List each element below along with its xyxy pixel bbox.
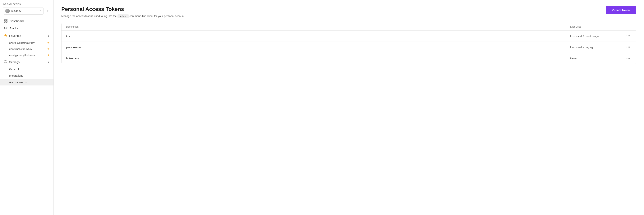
favorites-icon bbox=[4, 34, 7, 38]
favorites-section-left: Favorites bbox=[4, 34, 21, 38]
token-name-3: bot-access bbox=[66, 57, 570, 60]
settings-chevron-icon: ▲ bbox=[47, 61, 50, 64]
settings-icon bbox=[4, 60, 7, 64]
stacks-label: Stacks bbox=[10, 27, 18, 30]
token-name-1: test bbox=[66, 35, 570, 38]
sidebar-section-favorites[interactable]: Favorites ▲ bbox=[0, 32, 54, 40]
table-row: test Last used 2 months ago ••• bbox=[62, 31, 636, 42]
favorite-item-name-2: aws-typescript-6/dev bbox=[9, 48, 32, 50]
token-actions-3: ••• bbox=[624, 56, 632, 61]
description-suffix: command-line client for your personal ac… bbox=[129, 14, 185, 18]
svg-marker-5 bbox=[4, 34, 7, 37]
table-row: bot-access Never ••• bbox=[62, 53, 636, 64]
svg-rect-2 bbox=[4, 21, 5, 22]
settings-label: Settings bbox=[9, 60, 20, 64]
general-label: General bbox=[9, 68, 19, 71]
favorites-chevron-icon: ▲ bbox=[47, 34, 50, 37]
page-description: Manage the access tokens used to log int… bbox=[61, 14, 185, 18]
svg-rect-3 bbox=[6, 21, 7, 22]
page-header: Personal Access Tokens Manage the access… bbox=[61, 6, 636, 18]
token-more-button-1[interactable]: ••• bbox=[625, 33, 632, 39]
svg-marker-4 bbox=[4, 27, 7, 28]
favorites-label: Favorites bbox=[9, 34, 21, 37]
table-header: Description Last Used bbox=[62, 23, 636, 31]
col-last-used-header: Last Used bbox=[570, 25, 624, 28]
token-actions-2: ••• bbox=[624, 44, 632, 50]
svg-rect-1 bbox=[6, 19, 7, 20]
col-description-header: Description bbox=[66, 25, 570, 28]
tokens-table: Description Last Used test Last used 2 m… bbox=[61, 23, 636, 64]
token-last-used-1: Last used 2 months ago bbox=[570, 35, 624, 38]
star-icon-2: ★ bbox=[47, 47, 50, 50]
token-last-used-2: Last used a day ago bbox=[570, 46, 624, 49]
settings-section-left: Settings bbox=[4, 60, 20, 64]
token-last-used-3: Never bbox=[570, 57, 624, 60]
org-selector[interactable]: susanev ▾ bbox=[3, 7, 44, 14]
svg-rect-0 bbox=[4, 19, 5, 20]
sidebar-item-favorite-1[interactable]: aws-ts-apigateway/dev ★ bbox=[0, 40, 54, 46]
page-header-left: Personal Access Tokens Manage the access… bbox=[61, 6, 185, 18]
sidebar-item-access-tokens[interactable]: Access tokens bbox=[0, 79, 54, 86]
sidebar-item-dashboard[interactable]: Dashboard bbox=[0, 17, 54, 24]
favorite-item-name-3: aws-typescriptfsdfs/dev bbox=[9, 54, 35, 56]
description-prefix: Manage the access tokens used to log int… bbox=[61, 14, 118, 18]
dashboard-label: Dashboard bbox=[10, 19, 24, 22]
favorite-item-name-1: aws-ts-apigateway/dev bbox=[9, 42, 34, 44]
svg-point-6 bbox=[5, 61, 6, 62]
sidebar-section-settings[interactable]: Settings ▲ bbox=[0, 58, 54, 66]
add-org-button[interactable]: + bbox=[45, 8, 50, 14]
token-name-2: platypus-dev bbox=[66, 46, 570, 49]
star-icon-1: ★ bbox=[47, 41, 50, 44]
star-icon-3: ★ bbox=[47, 54, 50, 56]
sidebar-item-favorite-2[interactable]: aws-typescript-6/dev ★ bbox=[0, 46, 54, 52]
sidebar-item-integrations[interactable]: Integrations bbox=[0, 72, 54, 79]
integrations-label: Integrations bbox=[9, 74, 23, 77]
access-tokens-label: Access tokens bbox=[9, 81, 26, 84]
token-actions-1: ••• bbox=[624, 33, 632, 39]
sidebar-item-stacks[interactable]: Stacks bbox=[0, 24, 54, 32]
org-label: ORGANIZATION bbox=[0, 0, 54, 6]
org-row: susanev ▾ + bbox=[0, 6, 54, 16]
stacks-icon bbox=[4, 26, 8, 30]
token-more-button-2[interactable]: ••• bbox=[625, 44, 632, 50]
sidebar-item-favorite-3[interactable]: aws-typescriptfsdfs/dev ★ bbox=[0, 52, 54, 58]
org-name: susanev bbox=[11, 10, 39, 12]
table-row: platypus-dev Last used a day ago ••• bbox=[62, 42, 636, 53]
chevron-down-icon: ▾ bbox=[40, 10, 42, 12]
create-token-button[interactable]: Create token bbox=[606, 6, 636, 14]
main-content: Personal Access Tokens Manage the access… bbox=[54, 0, 644, 215]
avatar bbox=[5, 8, 10, 13]
sidebar-item-general[interactable]: General bbox=[0, 66, 54, 72]
token-more-button-3[interactable]: ••• bbox=[625, 56, 632, 61]
page-title: Personal Access Tokens bbox=[61, 6, 185, 12]
sidebar: ORGANIZATION susanev ▾ + Dashboard bbox=[0, 0, 54, 215]
description-code: pulumi bbox=[118, 14, 129, 18]
dashboard-icon bbox=[4, 19, 8, 22]
